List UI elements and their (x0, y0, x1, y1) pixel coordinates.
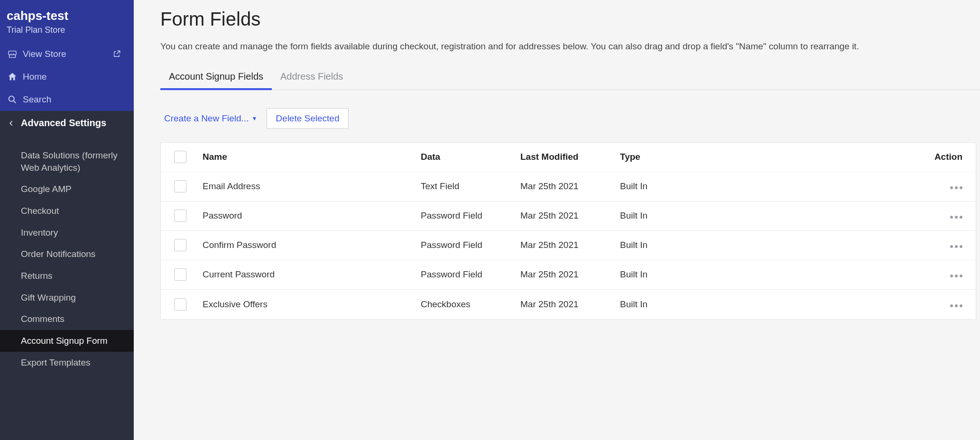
storefront-icon (7, 48, 18, 60)
sidebar-item-export-templates[interactable]: Export Templates (0, 352, 134, 374)
delete-selected-button[interactable]: Delete Selected (267, 108, 348, 129)
cell-action (710, 299, 976, 310)
cell-name[interactable]: Current Password (198, 269, 416, 280)
header-last-modified[interactable]: Last Modified (516, 152, 615, 162)
create-new-field-label: Create a New Field... (164, 113, 249, 124)
cell-last-modified: Mar 25th 2021 (516, 240, 615, 250)
actions-row: Create a New Field... ▼ Delete Selected (160, 108, 980, 129)
more-actions-icon[interactable] (950, 186, 962, 189)
cell-name[interactable]: Confirm Password (198, 240, 416, 250)
chevron-left-icon (7, 119, 16, 128)
cell-last-modified: Mar 25th 2021 (516, 269, 615, 280)
cell-type: Built In (615, 299, 710, 310)
cell-last-modified: Mar 25th 2021 (516, 299, 615, 310)
header-action: Action (710, 152, 976, 162)
cell-action (710, 211, 976, 221)
page-title: Form Fields (160, 9, 980, 30)
home-icon (7, 71, 18, 82)
cell-action (710, 181, 976, 192)
sidebar-item-account-signup-form[interactable]: Account Signup Form (0, 330, 134, 352)
sidebar-item-order-notifications[interactable]: Order Notifications (0, 243, 134, 265)
table-row: Confirm PasswordPassword FieldMar 25th 2… (161, 231, 976, 260)
table-header-row: Name Data Last Modified Type Action (161, 143, 976, 172)
create-new-field-button[interactable]: Create a New Field... ▼ (164, 113, 257, 124)
cell-name[interactable]: Exclusive Offers (198, 299, 416, 310)
row-checkbox-cell (161, 180, 198, 192)
sidebar-item-data-solutions-formerly-web-analytics[interactable]: Data Solutions (formerly Web Analytics) (0, 145, 134, 178)
cell-data: Password Field (416, 211, 516, 221)
search-icon (7, 94, 18, 105)
svg-point-0 (9, 96, 14, 101)
caret-down-icon: ▼ (251, 115, 257, 122)
open-external-icon (111, 48, 122, 60)
section-header-label: Advanced Settings (21, 118, 106, 128)
sidebar-item-google-amp[interactable]: Google AMP (0, 178, 134, 200)
cell-last-modified: Mar 25th 2021 (516, 181, 615, 192)
row-checkbox[interactable] (174, 268, 186, 281)
more-actions-icon[interactable] (950, 245, 962, 248)
sidebar-item-gift-wrapping[interactable]: Gift Wrapping (0, 287, 134, 309)
header-name[interactable]: Name (198, 152, 416, 162)
row-checkbox[interactable] (174, 298, 186, 311)
more-actions-icon[interactable] (950, 275, 962, 277)
nav-search-label: Search (23, 94, 51, 105)
nav-home-label: Home (23, 72, 47, 82)
tabs: Account Signup FieldsAddress Fields (160, 71, 980, 90)
header-checkbox-cell (161, 151, 198, 163)
tab-account-signup-fields[interactable]: Account Signup Fields (160, 71, 272, 90)
store-plan: Trial Plan Store (7, 25, 127, 35)
nav-search[interactable]: Search (0, 88, 134, 111)
sidebar-item-returns[interactable]: Returns (0, 265, 134, 287)
row-checkbox-cell (161, 268, 198, 281)
cell-name[interactable]: Password (198, 211, 416, 221)
row-checkbox-cell (161, 298, 198, 311)
cell-type: Built In (615, 269, 710, 280)
cell-action (710, 240, 976, 250)
sidebar-header: cahps-test Trial Plan Store (0, 0, 134, 43)
cell-data: Checkboxes (416, 299, 516, 310)
row-checkbox[interactable] (174, 239, 186, 251)
cell-name[interactable]: Email Address (198, 181, 416, 192)
store-name: cahps-test (7, 9, 127, 23)
select-all-checkbox[interactable] (174, 151, 186, 163)
cell-type: Built In (615, 181, 710, 192)
header-data[interactable]: Data (416, 152, 516, 162)
cell-last-modified: Mar 25th 2021 (516, 211, 615, 221)
more-actions-icon[interactable] (950, 216, 962, 219)
cell-data: Password Field (416, 269, 516, 280)
sidebar-sublist: Data Solutions (formerly Web Analytics)G… (0, 135, 134, 373)
cell-data: Password Field (416, 240, 516, 250)
table-row: PasswordPassword FieldMar 25th 2021Built… (161, 202, 976, 231)
nav-block: View Store Home Search (0, 43, 134, 111)
nav-view-store[interactable]: View Store (0, 43, 134, 65)
row-checkbox[interactable] (174, 180, 186, 192)
table-row: Email AddressText FieldMar 25th 2021Buil… (161, 172, 976, 202)
sidebar-item-comments[interactable]: Comments (0, 308, 134, 330)
tab-address-fields[interactable]: Address Fields (272, 71, 351, 90)
table-row: Exclusive OffersCheckboxesMar 25th 2021B… (161, 290, 976, 319)
nav-view-store-label: View Store (23, 49, 66, 59)
nav-home[interactable]: Home (0, 65, 134, 88)
header-type[interactable]: Type (615, 152, 710, 162)
cell-type: Built In (615, 240, 710, 250)
cell-action (710, 269, 976, 280)
form-fields-table: Name Data Last Modified Type Action Emai… (160, 142, 976, 320)
cell-type: Built In (615, 211, 710, 221)
row-checkbox[interactable] (174, 210, 186, 222)
sidebar: cahps-test Trial Plan Store View Store H… (0, 0, 134, 440)
row-checkbox-cell (161, 239, 198, 251)
sidebar-item-inventory[interactable]: Inventory (0, 222, 134, 244)
table-row: Current PasswordPassword FieldMar 25th 2… (161, 260, 976, 290)
cell-data: Text Field (416, 181, 516, 192)
main-content: Form Fields You can create and manage th… (134, 0, 980, 440)
more-actions-icon[interactable] (950, 304, 962, 307)
page-description: You can create and manage the form field… (160, 40, 976, 53)
row-checkbox-cell (161, 210, 198, 222)
sidebar-item-checkout[interactable]: Checkout (0, 200, 134, 222)
sidebar-section-advanced-settings[interactable]: Advanced Settings (0, 111, 134, 135)
